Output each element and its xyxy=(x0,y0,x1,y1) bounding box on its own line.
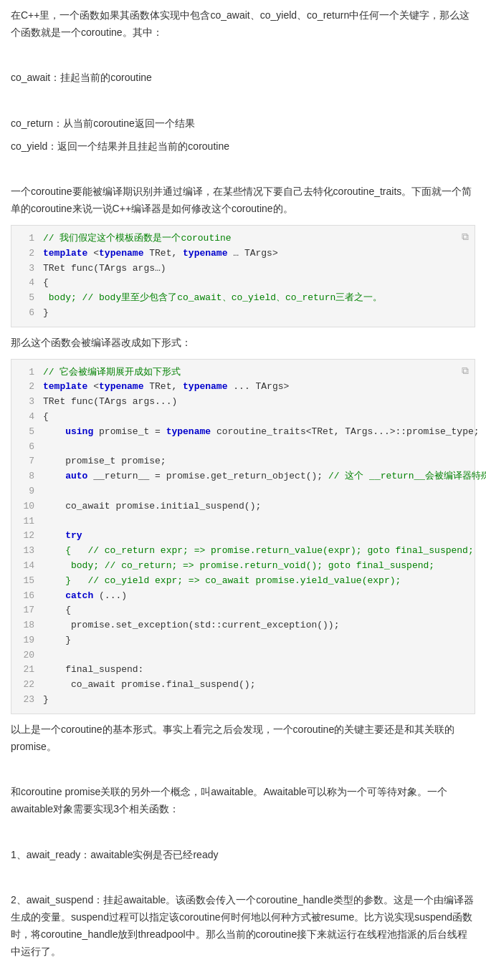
body-p4: 2、await_suspend：挂起awaitable。该函数会传入一个coro… xyxy=(11,892,475,960)
code-line-2-15: 15 } // co_yield expr; => co_await promi… xyxy=(11,574,475,589)
intro-co-yield: co_yield：返回一个结果并且挂起当前的coroutine xyxy=(11,138,475,155)
code-block-2: ⧉ 1 // 它会被编译期展开成如下形式 2 template <typenam… xyxy=(11,359,475,714)
code-line-2-13: 13 { // co_return expr; => promise.retur… xyxy=(11,544,475,559)
body-p3: 1、await_ready：awaitable实例是否已经ready xyxy=(11,847,475,864)
code-line-1-2: 2 template <typename TRet, typename … TA… xyxy=(11,246,475,261)
body-p1: 以上是一个coroutine的基本形式。事实上看完之后会发现，一个corouti… xyxy=(11,721,475,756)
code-line-2-17: 17 { xyxy=(11,603,475,618)
code-line-1-6: 6 } xyxy=(11,306,475,321)
intro-para5: 一个coroutine要能被编译期识别并通过编译，在某些情况下要自己去特化cor… xyxy=(11,183,475,218)
code-line-2-8: 8 auto __return__ = promise.get_return_o… xyxy=(11,469,475,484)
code-line-1-5: 5 body; // body里至少包含了co_await、co_yield、c… xyxy=(11,291,475,306)
code-line-2-21: 21 final_suspend: xyxy=(11,663,475,678)
code-line-2-19: 19 } xyxy=(11,633,475,648)
code-line-2-11: 11 xyxy=(11,514,475,529)
code-line-2-14: 14 body; // co_return; => promise.return… xyxy=(11,559,475,574)
code-line-2-6: 6 xyxy=(11,440,475,455)
code-line-2-1: 1 // 它会被编译期展开成如下形式 xyxy=(11,365,475,380)
intro-para1: 在C++里，一个函数如果其函数体实现中包含co_await、co_yield、c… xyxy=(11,7,475,42)
code-line-2-18: 18 promise.set_exception(std::current_ex… xyxy=(11,618,475,633)
code-line-2-20: 20 xyxy=(11,648,475,663)
code-line-2-22: 22 co_await promise.final_suspend(); xyxy=(11,678,475,693)
body-p2: 和coroutine promise关联的另外一个概念，叫awaitable。A… xyxy=(11,784,475,818)
intro-section: 在C++里，一个函数如果其函数体实现中包含co_await、co_yield、c… xyxy=(11,7,475,218)
code-line-2-4: 4 { xyxy=(11,410,475,425)
code-block-1: ⧉ 1 // 我们假定这个模板函数是一个coroutine 2 template… xyxy=(11,225,475,327)
code-line-2-7: 7 promise_t promise; xyxy=(11,454,475,469)
intro-co-return: co_return：从当前coroutine返回一个结果 xyxy=(11,115,475,133)
middle-text: 那么这个函数会被编译器改成如下形式： xyxy=(11,335,475,352)
body-section: 易贩网www.ynpxrz.com易贩网www.ynpxrz.com 易贩网ww… xyxy=(11,721,475,980)
body-content: 以上是一个coroutine的基本形式。事实上看完之后会发现，一个corouti… xyxy=(11,721,475,980)
code-line-2-10: 10 co_await promise.initial_suspend(); xyxy=(11,499,475,514)
code-line-2-9: 9 xyxy=(11,484,475,499)
code-line-2-12: 12 try xyxy=(11,529,475,544)
code-line-2-5: 5 using promise_t = typename coroutine_t… xyxy=(11,425,475,440)
intro-co-await: co_await：挂起当前的coroutine xyxy=(11,69,475,87)
code-line-1-3: 3 TRet func(TArgs args…) xyxy=(11,261,475,277)
code-line-2-2: 2 template <typename TRet, typename ... … xyxy=(11,380,475,395)
code-line-1-4: 4 { xyxy=(11,276,475,291)
code-line-2-16: 16 catch (...) xyxy=(11,589,475,604)
code-line-2-3: 3 TRet func(TArgs args...) xyxy=(11,395,475,410)
code-line-1-1: 1 // 我们假定这个模板函数是一个coroutine xyxy=(11,231,475,246)
copy-icon-1[interactable]: ⧉ xyxy=(462,229,469,245)
code-line-2-23: 23 } xyxy=(11,693,475,708)
copy-icon-2[interactable]: ⧉ xyxy=(462,363,469,379)
